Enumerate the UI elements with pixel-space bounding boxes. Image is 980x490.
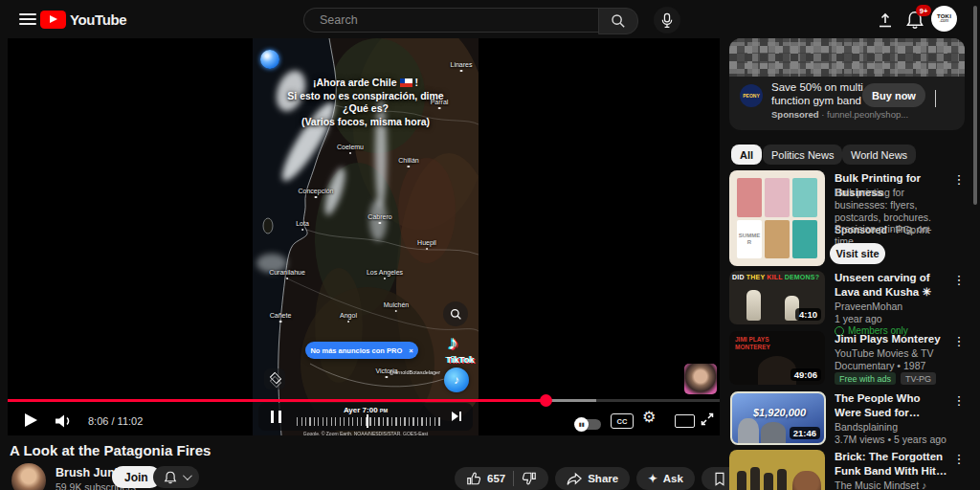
share-icon: [567, 472, 582, 486]
map-label: Concepción: [299, 188, 334, 198]
theater-mode-button[interactable]: [675, 414, 695, 428]
filter-chip-politics-news[interactable]: Politics News: [763, 145, 842, 165]
fullscreen-button[interactable]: [700, 412, 715, 427]
video-content: ¡Ahora arde Chile! Si esto no es conspir…: [253, 38, 479, 435]
recommendation-title[interactable]: Jimi Plays Monterey: [835, 332, 949, 346]
settings-button[interactable]: ⚙: [642, 410, 656, 425]
notification-settings-button[interactable]: [153, 466, 199, 488]
chile-flag-icon: [400, 78, 412, 87]
recommendation-thumbnail[interactable]: BRICK!: [729, 450, 825, 490]
map-label: Los Angeles: [367, 269, 403, 279]
tiktok-watermark: @arnoldBotasdelager: [390, 369, 440, 375]
kebab-menu[interactable]: ⋮: [952, 393, 966, 408]
tiktok-wordmark: TikTok: [437, 354, 479, 365]
kebab-menu[interactable]: ⋮: [952, 452, 966, 466]
share-button[interactable]: Share: [555, 467, 630, 490]
subtitles-button[interactable]: CC: [611, 413, 634, 429]
recommendation-channel[interactable]: The Music Mindset ♪: [835, 479, 926, 490]
recommendation-thumbnail[interactable]: DID THEY KILL DEMONS? 4:10: [729, 271, 825, 324]
bell-icon: [164, 471, 177, 484]
thumbs-up-icon[interactable]: [466, 471, 481, 486]
voice-search-button[interactable]: [654, 7, 680, 33]
thumbs-down-icon[interactable]: [522, 471, 537, 486]
close-icon: ×: [409, 346, 412, 355]
ad-sponsored-line: Sponsored · funnel.peonlyshop...: [771, 109, 908, 120]
advertiser-logo: PEONY: [740, 84, 763, 107]
youtube-logo-icon[interactable]: [40, 11, 66, 29]
search-input[interactable]: [318, 12, 580, 28]
tiktok-search-button: [443, 301, 468, 326]
badge-row: Free with ads TV-PG: [835, 372, 936, 385]
recommendation-title[interactable]: The People Who Were Sued for Downloading…: [835, 391, 949, 419]
caption-line-4: (Varios focos, misma hora): [253, 116, 479, 129]
kebab-menu[interactable]: ⋮: [952, 273, 966, 287]
thumbnail-text: SUMMER: [737, 220, 762, 259]
fullscreen-icon: [700, 412, 715, 427]
kebab-menu[interactable]: ⋮: [952, 334, 966, 348]
pro-ad-banner: No más anuncios con PRO ×: [305, 342, 418, 359]
duration-badge: 49:06: [791, 368, 821, 381]
recommendation-channel[interactable]: Bandsplaining: [835, 421, 898, 433]
recommendation-thumbnail[interactable]: JIMI PLAYS MONTEREY 49:06: [729, 331, 825, 385]
rating-badge: TV-PG: [901, 372, 936, 385]
buy-now-button[interactable]: Buy now: [862, 83, 925, 107]
recommendation-channel[interactable]: PraveenMohan: [835, 301, 902, 312]
page-scrollbar[interactable]: [973, 6, 977, 205]
account-avatar[interactable]: TOKI .com: [931, 6, 957, 32]
kebab-menu[interactable]: ⋮: [952, 172, 966, 187]
ask-button[interactable]: ✦ Ask: [636, 467, 695, 490]
play-button[interactable]: [25, 413, 37, 427]
ad-banner-image[interactable]: [729, 38, 965, 77]
skip-to-end-icon: [452, 412, 461, 421]
time-display: 8:06 / 11:02: [88, 415, 143, 427]
map-label: Cañete: [270, 312, 292, 323]
map-label: Lota: [296, 220, 309, 231]
timeline-cursor: [367, 414, 368, 428]
timeline-meridiem: PM: [380, 408, 388, 413]
video-title: A Look at the Patagonia Fires: [10, 442, 211, 458]
search-icon: [450, 308, 462, 321]
recommendation-thumbnail[interactable]: SUMMER: [729, 170, 825, 266]
map-label: Coelemu: [337, 144, 364, 154]
like-count[interactable]: 657: [487, 473, 505, 484]
youtube-logo-text[interactable]: YouTube: [70, 11, 126, 28]
filter-chip-all[interactable]: All: [731, 145, 762, 165]
recommendation-thumbnail[interactable]: $1,920,000 21:46: [730, 391, 826, 445]
in-video-timeline-bar: Ayer 7:00 PM: [258, 403, 473, 431]
channel-avatar[interactable]: [11, 463, 46, 490]
seek-handle[interactable]: [540, 394, 552, 407]
upload-button[interactable]: [876, 11, 895, 30]
search-box[interactable]: [303, 8, 612, 33]
like-dislike-pill: 657: [455, 467, 548, 490]
divider: [513, 471, 514, 486]
ad-description: Bulk printing for businesses: flyers, po…: [835, 187, 951, 248]
youtube-page: YouTube 9+ TOKI .com: [0, 0, 980, 490]
sparkle-icon: ✦: [648, 472, 657, 485]
map-label: Parral: [431, 99, 449, 109]
search-button[interactable]: [598, 8, 638, 34]
filter-chip-world-news[interactable]: World News: [842, 145, 916, 165]
visit-site-button[interactable]: Visit site: [830, 243, 885, 264]
duration-badge: 4:10: [795, 308, 821, 321]
recommendation-channel[interactable]: YouTube Movies & TV: [835, 347, 934, 359]
recommendation-title[interactable]: Brick: The Forgotten Funk Band With Hits…: [835, 450, 949, 478]
avatar-text-bottom: .com: [940, 19, 949, 24]
played-progress: [8, 399, 546, 402]
free-with-ads-badge: Free with ads: [835, 372, 896, 385]
autoplay-toggle[interactable]: [576, 419, 601, 430]
map-label: Mulchén: [384, 301, 409, 312]
bookmark-icon: [713, 472, 726, 486]
seek-bar[interactable]: [8, 399, 720, 402]
map-label: Chillán: [398, 157, 418, 167]
hamburger-menu-icon[interactable]: [19, 13, 36, 25]
map-label: Huepil: [417, 239, 436, 250]
map-label: Cabrero: [368, 213, 391, 224]
recommendation-meta: 1 year ago: [835, 313, 882, 324]
volume-button[interactable]: [54, 413, 75, 429]
video-player[interactable]: ¡Ahora arde Chile! Si esto no es conspir…: [8, 38, 720, 435]
recommendation-title[interactable]: Unseen carving of Lava and Kusha ✳: [835, 271, 949, 299]
ad-chevron-button[interactable]: [935, 90, 936, 107]
timeline-waveform: [297, 417, 440, 426]
map-label: Curanilahue: [269, 269, 305, 279]
ad-headline[interactable]: Save 50% on multi function gym band: [771, 80, 863, 107]
